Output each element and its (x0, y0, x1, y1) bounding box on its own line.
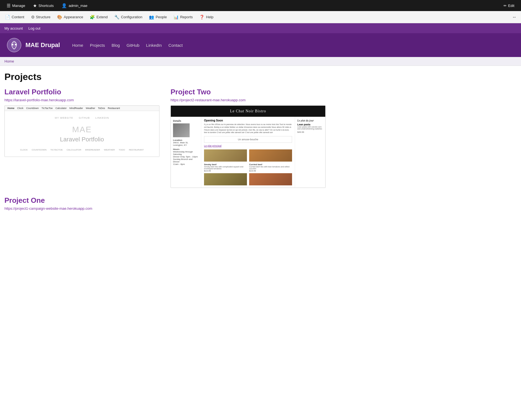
nav-reports[interactable]: 📊 Reports (170, 11, 196, 23)
ls-nav-home[interactable]: Home (7, 107, 14, 110)
ls-nav-tictactoe[interactable]: TicTacToe (42, 107, 53, 110)
edit-label: Edit (508, 4, 514, 8)
hours-text: Wednesday through SaturdayDinner Only: 5… (173, 151, 198, 165)
pencil-icon (504, 4, 507, 8)
site-nav-github[interactable]: GitHub (127, 43, 140, 48)
site-logo-area: MAE Drupal (7, 38, 60, 53)
smoky-beef-name: Smoky beef (204, 163, 247, 166)
site-nav-linkedin[interactable]: LinkedIn (146, 43, 162, 48)
lean-pasta-price: $49.99 (297, 131, 323, 133)
laravel-portfolio-title: Laravel Portfolio (4, 88, 159, 96)
nav-appearance-label: Appearance (64, 15, 83, 19)
curried-beef-desc: Curried beef ribs with lean tomatoes and… (249, 166, 292, 170)
breadcrumb: Home (0, 57, 521, 66)
plat-du-jour-title: Le plat du jour (297, 119, 323, 122)
ls-calculator: CALCULATOR (67, 149, 81, 151)
ls-nav-mindreader[interactable]: MindReader (69, 107, 83, 110)
nav-help[interactable]: ❓ Help (196, 11, 217, 23)
smoky-beef-desc: Smoky beef ribs with complicated squash … (204, 166, 247, 170)
laravel-body: MY WEBSITE GITHUB LINKEDIN MAE Laravel P… (5, 111, 159, 157)
laravel-portfolio-text: Laravel Portfolio (10, 136, 154, 143)
page-content: Projects Laravel Portfolio https://larav… (0, 66, 332, 225)
account-bar: My account Log out (0, 23, 521, 33)
nav-people[interactable]: 👥 People (146, 11, 170, 23)
nav-config-label: Configuration (121, 15, 142, 19)
plat-principal-link[interactable]: Le plat principal (204, 144, 292, 147)
curried-beef-details: Curried beef Curried beef ribs with lean… (249, 163, 292, 172)
nav-appearance[interactable]: 🎨 Appearance (54, 11, 86, 23)
ls-nav-calculator[interactable]: Calculator (55, 107, 67, 110)
nav-structure[interactable]: ⚙ Structure (28, 11, 54, 23)
shortcuts-button[interactable]: Shortcuts (29, 0, 58, 11)
curried-beef-name: Curried beef (249, 163, 292, 166)
site-nav-home[interactable]: Home (72, 43, 83, 48)
site-nav-contact[interactable]: Contact (168, 43, 183, 48)
shortcuts-label: Shortcuts (38, 4, 54, 8)
ls-nav-restaurant[interactable]: Restaurant (108, 107, 120, 110)
ls-my-website: MY WEBSITE (55, 116, 73, 119)
ls-todo: TODO (119, 149, 125, 151)
ls-github: GITHUB (79, 116, 90, 119)
nav-content-label: Content (12, 15, 24, 19)
site-nav-projects[interactable]: Projects (90, 43, 105, 48)
location-title: Location (173, 139, 182, 141)
user-menu-button[interactable]: admin_mae (58, 0, 91, 11)
nav-configuration[interactable]: 🔧 Configuration (111, 11, 146, 23)
ls-nav-clock[interactable]: Clock (17, 107, 24, 110)
site-name: MAE Drupal (25, 42, 60, 49)
smoky-beef-details: Smoky beef Smoky beef ribs with complica… (204, 163, 247, 172)
lean-pasta-name: Lean pasta (297, 123, 323, 126)
ls-nav-todos[interactable]: ToDos (98, 107, 105, 110)
nav-collapse-button[interactable]: ↔ (509, 11, 519, 23)
nav-structure-label: Structure (36, 15, 51, 19)
food-bottom-1 (204, 173, 247, 185)
project-one-url[interactable]: https://project1-campaign-website-mae.he… (4, 206, 159, 211)
log-out-link[interactable]: Log out (28, 26, 40, 30)
project-two-title: Project Two (171, 88, 326, 96)
food-thumbnails-bottom (204, 173, 292, 185)
ls-linkedin: LINKEDIN (95, 116, 109, 119)
nav-content[interactable]: 📄 Content (2, 11, 28, 23)
plat-du-jour-panel: Le plat du jour Lean pasta Lean pasta wi… (295, 117, 325, 188)
nav-extend[interactable]: 🧩 Extend (86, 11, 111, 23)
reports-icon: 📊 (174, 15, 179, 20)
details-title: Details (173, 120, 199, 122)
laravel-portfolio-url[interactable]: https://laravel-portfolio-mae.herokuapp.… (4, 98, 159, 102)
ls-countdown: COUNTDOWN (32, 149, 47, 151)
food-bottom-2 (249, 173, 292, 185)
restaurant-header: Le Chat Noir Bistro (171, 106, 325, 117)
ls-tictactoe: TICTACTOE (50, 149, 63, 151)
food-details: Smoky beef Smoky beef ribs with complica… (204, 163, 292, 172)
project-two-url[interactable]: https://project2-restaurant-mae.herokuap… (171, 98, 326, 102)
content-icon: 📄 (5, 15, 10, 20)
manage-label: Manage (12, 4, 25, 8)
curried-beef-img (249, 149, 292, 162)
restaurant-sidebar: Details Location 348 E. Main St, Lexingt… (171, 117, 201, 188)
laravel-bottom-links: CLOCK COUNTDOWN TICTACTOE CALCULATOR MIN… (10, 149, 154, 151)
my-account-link[interactable]: My account (4, 26, 23, 30)
ls-nav-weather[interactable]: Weather (86, 107, 95, 110)
ls-nav-countdown[interactable]: Countdown (26, 107, 39, 110)
project-two: Project Two https://project2-restaurant-… (171, 88, 326, 188)
laravel-nav-links: MY WEBSITE GITHUB LINKEDIN (10, 116, 154, 119)
edit-button[interactable]: Edit (500, 0, 518, 11)
location-text: 348 E. Main St, Lexington, KY (173, 141, 188, 146)
project-laravel-portfolio: Laravel Portfolio https://laravel-portfo… (4, 88, 159, 188)
breadcrumb-home[interactable]: Home (4, 59, 14, 63)
project-one-title: Project One (4, 196, 159, 205)
nav-reports-label: Reports (180, 15, 193, 19)
nav-people-label: People (156, 15, 167, 19)
ls-clock: CLOCK (20, 149, 28, 151)
drupal-logo (7, 38, 22, 53)
structure-icon: ⚙ (31, 15, 35, 20)
user-label: admin_mae (69, 4, 87, 8)
laravel-name: MAE (10, 125, 154, 134)
restaurant-screenshot: Le Chat Noir Bistro Details Location 348… (171, 105, 326, 188)
nav-help-label: Help (206, 15, 213, 19)
svg-point-3 (15, 44, 16, 45)
site-nav-blog[interactable]: Blog (112, 43, 120, 48)
opening-soon-text: Il y a un film d'Elvis sur le panneau de… (204, 123, 292, 134)
manage-button[interactable]: Manage (3, 0, 29, 11)
appearance-icon: 🎨 (57, 15, 62, 20)
projects-grid: Laravel Portfolio https://laravel-portfo… (4, 88, 326, 214)
